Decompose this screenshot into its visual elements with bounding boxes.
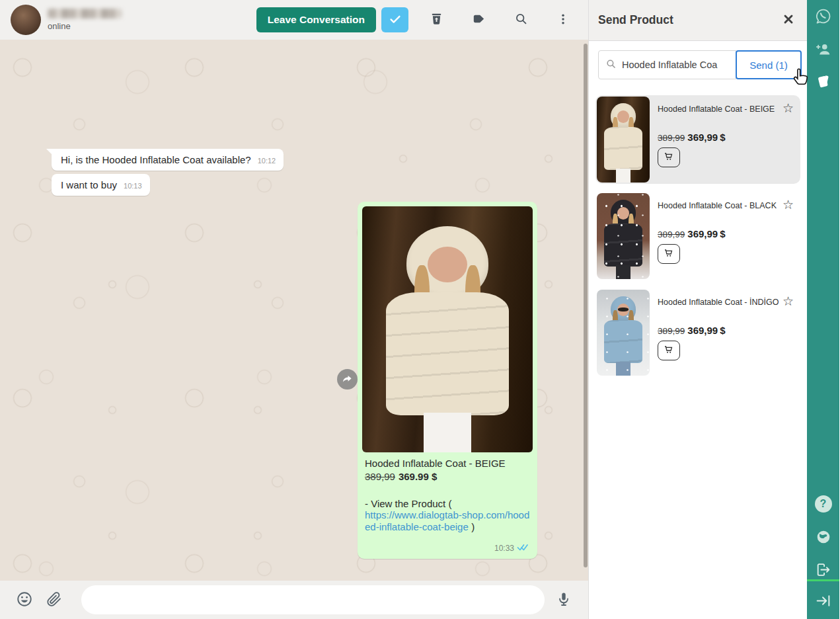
forward-icon (342, 373, 353, 386)
whatsapp-icon (814, 7, 832, 27)
contact-meta: online (48, 9, 122, 31)
add-to-cart-button[interactable] (658, 244, 680, 264)
close-panel-button[interactable] (779, 11, 798, 30)
product-link[interactable]: https://www.dialogtab-shop.com/hooded-in… (365, 509, 529, 532)
cart-icon (664, 151, 674, 164)
contact-name-blurred (48, 9, 122, 19)
search-icon (514, 12, 528, 28)
add-contact-button[interactable] (807, 37, 839, 63)
message-time: 10:33 (494, 544, 514, 553)
closing-paren: ) (471, 521, 475, 532)
language-button[interactable] (807, 524, 839, 551)
product-card-indigo[interactable]: Hooded Inflatable Coat - İNDİGO ☆ 389,99… (595, 288, 800, 377)
product-card-beige[interactable]: Hooded Inflatable Coat - BEIGE ☆ 389,993… (595, 95, 800, 184)
product-price-line: 389,99369,99$ (658, 325, 795, 336)
chat-message-area: Hi, is the Hooded Inflatable Coat availa… (0, 40, 588, 581)
tag-icon (471, 11, 486, 28)
chat-header: online Leave Conversation (0, 0, 588, 40)
product-price-line: 389,99369,99$ (658, 228, 795, 239)
globe-icon (815, 528, 832, 548)
incoming-message: I want to buy 10:13 (52, 174, 150, 196)
current-price: 369.99 $ (399, 471, 437, 482)
message-time: 10:13 (124, 182, 142, 190)
view-product-text: - View the Product ( (365, 498, 530, 509)
current-price: 369,99 (687, 228, 718, 239)
contact-avatar[interactable] (11, 5, 41, 35)
product-info: Hooded Inflatable Coat - BLACK ☆ 389,993… (658, 193, 799, 279)
product-price-line: 389,99369.99 $ (365, 471, 530, 482)
message-text: I want to buy (61, 179, 117, 190)
old-price: 389,99 (658, 326, 685, 336)
forward-message-button[interactable] (337, 369, 358, 390)
more-options-button[interactable] (549, 7, 578, 32)
leave-conversation-button[interactable]: Leave Conversation (256, 7, 376, 32)
help-button[interactable]: ? (807, 491, 839, 517)
product-price-line: 389,99369,99$ (658, 132, 795, 143)
product-info: Hooded Inflatable Coat - İNDİGO ☆ 389,99… (658, 290, 799, 376)
cart-icon (664, 248, 674, 261)
resolve-check-button[interactable] (381, 7, 408, 32)
trash-icon (430, 12, 443, 28)
current-price: 369,99 (687, 132, 718, 143)
chat-scrollbar[interactable] (584, 44, 588, 567)
product-title: Hooded Inflatable Coat - İNDİGO (658, 295, 779, 307)
more-options-icon (556, 13, 570, 28)
double-check-icon (517, 542, 529, 554)
currency: $ (720, 325, 725, 336)
check-icon (388, 12, 402, 28)
panel-header: Send Product (589, 0, 807, 41)
favorite-star-button[interactable]: ☆ (781, 295, 795, 308)
add-person-icon (814, 40, 832, 60)
current-price: 369,99 (687, 325, 718, 336)
attachment-icon (46, 591, 62, 609)
message-time: 10:12 (258, 157, 276, 165)
emoji-icon (16, 591, 33, 610)
message-composer (0, 581, 588, 619)
product-list: Hooded Inflatable Coat - BEIGE ☆ 389,993… (595, 95, 800, 377)
contact-status: online (48, 21, 122, 31)
currency: $ (720, 132, 725, 143)
product-search-row: Send (1) (598, 50, 802, 79)
coat-figure (362, 206, 533, 452)
send-product-panel: Send Product Send (1) Hooded Inflatable … (588, 0, 807, 619)
tag-conversation-button[interactable] (464, 7, 493, 32)
attach-file-button[interactable] (44, 589, 66, 611)
product-thumbnail (597, 290, 650, 376)
product-search-input[interactable] (622, 60, 730, 70)
message-input[interactable] (81, 585, 545, 614)
product-title: Hooded Inflatable Coat - BLACK (658, 198, 777, 210)
favorite-star-button[interactable]: ☆ (781, 198, 795, 211)
favorite-star-button[interactable]: ☆ (781, 102, 795, 114)
product-info: Hooded Inflatable Coat - BEIGE ☆ 389,993… (658, 97, 799, 183)
send-product-button[interactable]: Send (1) (736, 50, 802, 79)
products-panel-button[interactable] (807, 69, 839, 96)
product-card-black[interactable]: Hooded Inflatable Coat - BLACK ☆ 389,993… (595, 192, 800, 280)
product-thumbnail (597, 97, 650, 183)
product-message-body: Hooded Inflatable Coat - BEIGE 389,99369… (362, 452, 533, 533)
old-price: 389,99 (658, 229, 685, 239)
incoming-message: Hi, is the Hooded Inflatable Coat availa… (52, 149, 284, 171)
product-thumbnail (597, 193, 650, 279)
currency: $ (720, 228, 725, 239)
chat-column: online Leave Conversation (0, 0, 588, 619)
product-title: Hooded Inflatable Coat - BEIGE (658, 102, 775, 114)
product-title: Hooded Inflatable Coat - BEIGE (365, 458, 530, 469)
delete-conversation-button[interactable] (422, 7, 451, 32)
close-icon (782, 13, 795, 28)
record-voice-button[interactable] (553, 589, 575, 611)
collapse-arrow-icon (815, 593, 831, 611)
add-to-cart-button[interactable] (658, 147, 680, 167)
add-to-cart-button[interactable] (658, 341, 680, 360)
product-image-beige[interactable] (362, 206, 533, 452)
search-conversation-button[interactable] (506, 7, 535, 32)
panel-title: Send Product (598, 13, 673, 27)
logout-icon (815, 561, 831, 580)
message-text: Hi, is the Hooded Inflatable Coat availa… (61, 154, 251, 165)
search-icon (605, 58, 617, 72)
collapse-panel-button[interactable] (807, 589, 839, 615)
chat-header-actions: Leave Conversation (256, 7, 578, 32)
whatsapp-channel-button[interactable] (807, 4, 839, 30)
cart-icon (664, 345, 674, 357)
outgoing-product-message: Hooded Inflatable Coat - BEIGE 389,99369… (358, 202, 537, 559)
emoji-button[interactable] (13, 589, 36, 611)
